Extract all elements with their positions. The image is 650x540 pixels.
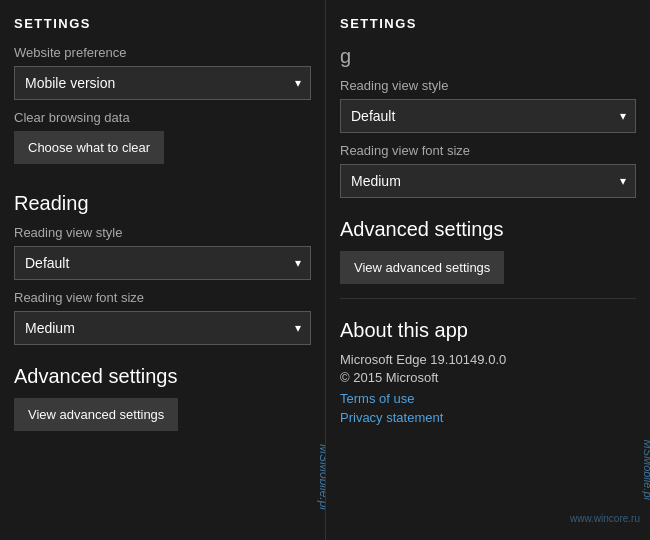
- right-panel: SETTINGS g Reading view style Default Ca…: [325, 0, 650, 540]
- choose-what-to-clear-button[interactable]: Choose what to clear: [14, 131, 164, 164]
- left-panel: SETTINGS Website preference Mobile versi…: [0, 0, 325, 540]
- left-reading-style-label: Reading view style: [14, 225, 311, 240]
- privacy-statement-link[interactable]: Privacy statement: [340, 410, 636, 425]
- about-divider: [340, 298, 636, 299]
- left-font-size-label: Reading view font size: [14, 290, 311, 305]
- right-reading-style-select[interactable]: Default Calm Focused: [340, 99, 636, 133]
- website-preference-label: Website preference: [14, 45, 311, 60]
- left-settings-title: SETTINGS: [14, 16, 311, 31]
- about-heading: About this app: [340, 319, 636, 342]
- right-font-size-wrapper: Small Medium Large Extra large ▾: [340, 164, 636, 198]
- app-version: Microsoft Edge 19.10149.0.0: [340, 352, 636, 367]
- right-font-size-select[interactable]: Small Medium Large Extra large: [340, 164, 636, 198]
- right-view-advanced-button[interactable]: View advanced settings: [340, 251, 504, 284]
- right-watermark2: www.wincore.ru: [570, 513, 640, 524]
- right-partial-scroll-text: g: [340, 45, 636, 68]
- website-preference-wrapper: Mobile version Desktop version ▾: [14, 66, 311, 100]
- app-copyright: © 2015 Microsoft: [340, 370, 636, 385]
- left-font-size-wrapper: Small Medium Large Extra large ▾: [14, 311, 311, 345]
- left-view-advanced-button[interactable]: View advanced settings: [14, 398, 178, 431]
- left-advanced-heading: Advanced settings: [14, 365, 311, 388]
- right-watermark: MSMobile.pl: [642, 439, 650, 500]
- left-font-size-select[interactable]: Small Medium Large Extra large: [14, 311, 311, 345]
- website-preference-select[interactable]: Mobile version Desktop version: [14, 66, 311, 100]
- right-reading-style-label: Reading view style: [340, 78, 636, 93]
- right-settings-title: SETTINGS: [340, 16, 636, 31]
- left-reading-style-select[interactable]: Default Calm Focused: [14, 246, 311, 280]
- left-watermark: MSMobile.pl: [317, 444, 325, 510]
- reading-section-heading: Reading: [14, 192, 311, 215]
- right-advanced-heading: Advanced settings: [340, 218, 636, 241]
- left-reading-style-wrapper: Default Calm Focused ▾: [14, 246, 311, 280]
- right-reading-style-wrapper: Default Calm Focused ▾: [340, 99, 636, 133]
- terms-of-use-link[interactable]: Terms of use: [340, 391, 636, 406]
- clear-browsing-label: Clear browsing data: [14, 110, 311, 125]
- right-font-size-label: Reading view font size: [340, 143, 636, 158]
